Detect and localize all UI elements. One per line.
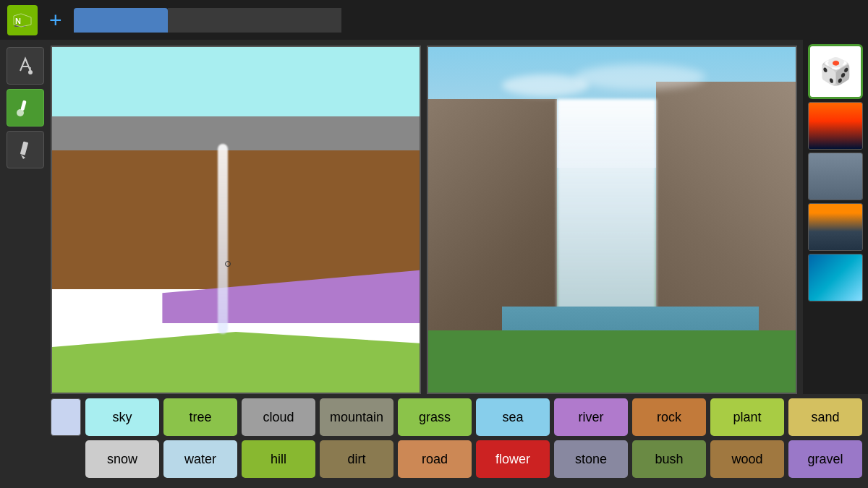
ref-cloud2: [575, 64, 705, 90]
bottom-area: sky tree cloud mountain grass sea river …: [0, 394, 868, 488]
mountain-label-button[interactable]: mountain: [320, 398, 393, 436]
sky-label-button[interactable]: sky: [85, 398, 159, 436]
svg-rect-6: [20, 100, 26, 111]
dice-icon: 🎲: [820, 56, 852, 87]
ref-waterfall: [557, 99, 656, 324]
drawing-canvas[interactable]: [51, 46, 421, 394]
sea-label-button[interactable]: sea: [476, 398, 550, 436]
cloud-label-button[interactable]: cloud: [242, 398, 315, 436]
gravel-label-button[interactable]: gravel: [788, 440, 862, 478]
city-thumbnail: [809, 204, 862, 250]
city-thumb[interactable]: [808, 203, 863, 251]
active-tab[interactable]: [74, 8, 168, 33]
cloud-thumb[interactable]: [808, 153, 863, 200]
rock-label-button[interactable]: rock: [632, 398, 706, 436]
active-color-swatch[interactable]: [51, 398, 81, 436]
sand-label-button[interactable]: sand: [788, 398, 862, 436]
sunset-thumbnail: [809, 103, 862, 149]
hill-label-button[interactable]: hill: [242, 440, 315, 478]
main-area: 🎲: [0, 40, 868, 394]
ref-vegetation: [428, 330, 796, 393]
top-bar: ⬛ N +: [0, 0, 868, 40]
svg-point-4: [28, 70, 33, 74]
waterfall-stroke: [218, 144, 228, 334]
wave-thumb[interactable]: [808, 254, 863, 301]
nvidia-logo: ⬛ N: [7, 5, 38, 35]
svg-marker-8: [21, 155, 25, 159]
cloud-thumbnail: [809, 153, 862, 200]
pencil-tool-button[interactable]: [7, 131, 44, 168]
stone-label-button[interactable]: stone: [554, 440, 628, 478]
water-label-button[interactable]: water: [163, 440, 237, 478]
brush-tool-button[interactable]: [7, 89, 44, 127]
fill-tool-button[interactable]: [7, 47, 44, 85]
svg-text:N: N: [15, 17, 21, 25]
random-dice-button[interactable]: 🎲: [808, 44, 863, 99]
left-toolbar: [0, 40, 51, 394]
road-label-button[interactable]: road: [398, 440, 472, 478]
tab-container: [74, 8, 341, 33]
wood-label-button[interactable]: wood: [710, 440, 784, 478]
grass-label-button[interactable]: grass: [398, 398, 472, 436]
plant-label-button[interactable]: plant: [710, 398, 784, 436]
snow-label-button[interactable]: snow: [85, 440, 159, 478]
canvas-panels: [51, 46, 797, 394]
add-tab-button[interactable]: +: [45, 9, 67, 31]
flower-label-button[interactable]: flower: [476, 440, 550, 478]
reference-scene: [428, 47, 796, 393]
tree-label-button[interactable]: tree: [163, 398, 237, 436]
dirt-label-button[interactable]: dirt: [320, 440, 393, 478]
label-row-2: snow water hill dirt road flower stone b…: [51, 440, 862, 478]
grass-layer: [52, 317, 420, 393]
tab-input[interactable]: [168, 8, 341, 33]
river-label-button[interactable]: river: [554, 398, 628, 436]
svg-rect-7: [20, 142, 28, 155]
wave-thumbnail: [809, 254, 862, 301]
reference-canvas: [427, 46, 797, 394]
dirt-layer: [52, 150, 420, 288]
bush-label-button[interactable]: bush: [632, 440, 706, 478]
label-row-1: sky tree cloud mountain grass sea river …: [51, 398, 862, 436]
canvas-wrapper: [51, 40, 803, 394]
sunset-thumb[interactable]: [808, 102, 863, 150]
right-panel: 🎲: [803, 40, 868, 394]
